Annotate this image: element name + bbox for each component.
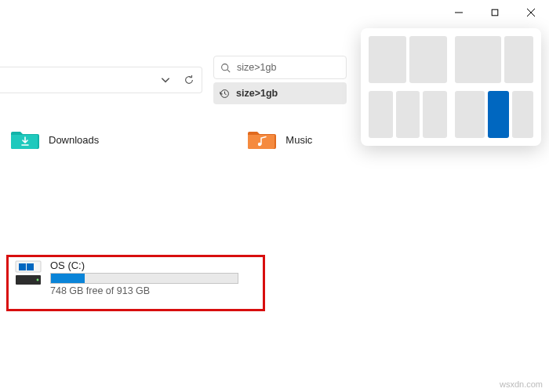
snap-cell-selected (488, 91, 509, 138)
snap-layouts-panel (361, 28, 541, 146)
snap-layout-option-2[interactable] (455, 36, 533, 83)
snap-cell (423, 91, 447, 138)
snap-layout-option-1[interactable] (369, 36, 447, 83)
folder-items: Downloads Music (11, 129, 312, 151)
svg-point-4 (222, 64, 228, 70)
search-suggestion-text: size>1gb (236, 88, 278, 99)
svg-line-5 (227, 69, 230, 71)
svg-rect-1 (492, 9, 498, 16)
drive-free-text: 748 GB free of 913 GB (50, 285, 257, 296)
downloads-folder-icon (11, 129, 39, 151)
search-input[interactable]: size>1gb (213, 56, 347, 79)
drive-icon (14, 260, 42, 288)
snap-cell (455, 91, 485, 138)
minimize-button[interactable] (441, 0, 477, 25)
svg-rect-11 (27, 263, 34, 270)
search-icon (220, 63, 231, 73)
address-bar[interactable] (0, 67, 202, 93)
snap-cell (504, 36, 533, 83)
refresh-icon[interactable] (181, 72, 197, 88)
drive-os-c[interactable]: OS (C:) 748 GB free of 913 GB (6, 255, 265, 311)
snap-cell (455, 36, 501, 83)
maximize-button[interactable] (477, 0, 513, 25)
drive-capacity-bar (50, 273, 238, 284)
folder-label: Downloads (49, 134, 99, 146)
folder-downloads[interactable]: Downloads (11, 129, 99, 151)
svg-point-13 (37, 279, 39, 281)
drive-label: OS (C:) (50, 260, 257, 271)
snap-cell (512, 91, 533, 138)
folder-music[interactable]: Music (248, 129, 312, 151)
snap-cell (369, 91, 393, 138)
folder-label: Music (285, 134, 312, 146)
history-icon (220, 89, 230, 99)
search-query: size>1gb (237, 62, 276, 73)
snap-cell (409, 36, 447, 83)
snap-cell (369, 36, 406, 83)
search-suggestion[interactable]: size>1gb (213, 82, 347, 104)
music-folder-icon (248, 129, 276, 151)
close-button[interactable] (513, 0, 549, 25)
snap-layout-option-3[interactable] (369, 91, 447, 138)
snap-cell (396, 91, 420, 138)
svg-rect-10 (19, 263, 26, 270)
chevron-down-icon[interactable] (158, 72, 173, 88)
watermark: wsxdn.com (500, 379, 543, 389)
snap-layout-option-4[interactable] (455, 91, 533, 138)
